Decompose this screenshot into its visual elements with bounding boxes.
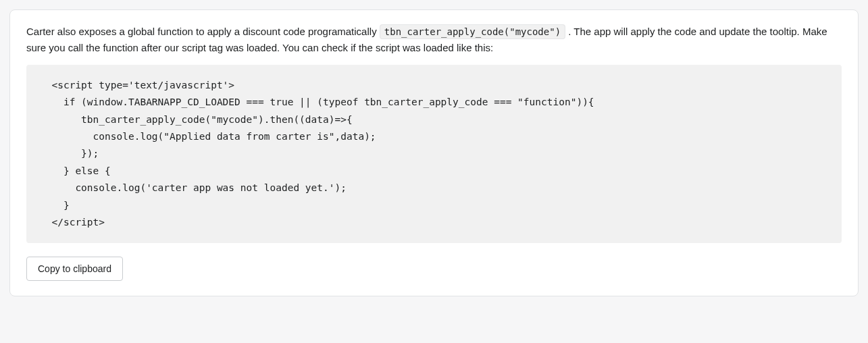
copy-to-clipboard-button[interactable]: Copy to clipboard — [26, 257, 123, 281]
description-text-before: Carter also exposes a global function to… — [26, 26, 380, 37]
inline-code-snippet: tbn_carter_apply_code("mycode") — [380, 24, 565, 39]
code-block[interactable]: <script type='text/javascript'> if (wind… — [26, 65, 842, 243]
description-paragraph: Carter also exposes a global function to… — [26, 24, 842, 55]
documentation-card: Carter also exposes a global function to… — [9, 9, 859, 296]
